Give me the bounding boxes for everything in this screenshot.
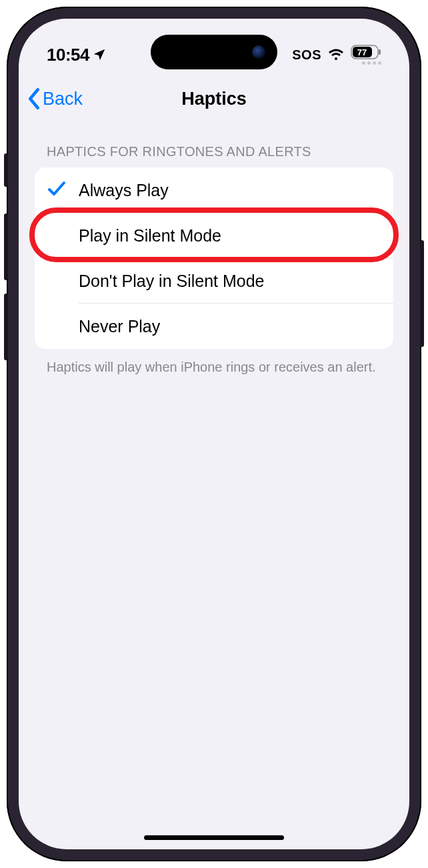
status-time: 10:54 [47,45,89,65]
screen: 10:54 SOS 77 [19,19,409,849]
option-label: Always Play [79,181,169,200]
side-button [4,153,8,187]
option-never-play[interactable]: Never Play [35,304,393,349]
option-dont-play-silent[interactable]: Don't Play in Silent Mode [35,258,393,304]
battery-icon: 77 [351,45,381,59]
app-switcher-dots [362,61,381,65]
sos-indicator: SOS [292,47,321,63]
svg-text:77: 77 [357,47,367,57]
dynamic-island [151,35,277,69]
home-indicator[interactable] [144,835,284,840]
svg-rect-2 [379,49,381,55]
checkmark-icon [47,180,66,200]
back-label: Back [43,89,83,109]
wifi-icon [327,48,345,61]
power-button [420,240,424,347]
front-camera [252,45,265,59]
volume-down-button [4,294,8,360]
option-label: Play in Silent Mode [79,226,221,246]
chevron-left-icon [27,88,41,109]
option-play-silent[interactable]: Play in Silent Mode [35,213,393,258]
navigation-bar: Back Haptics [19,79,409,119]
option-always-play[interactable]: Always Play [35,167,393,213]
options-group: Always Play Play in Silent Mode Don't Pl… [35,167,393,349]
page-title: Haptics [181,89,247,109]
back-button[interactable]: Back [27,88,83,109]
section-header: HAPTICS FOR RINGTONES AND ALERTS [35,119,393,167]
location-icon [92,47,107,62]
device-frame: 10:54 SOS 77 [7,7,421,861]
volume-up-button [4,213,8,280]
section-footer: Haptics will play when iPhone rings or r… [35,349,393,376]
option-label: Never Play [79,317,160,336]
option-label: Don't Play in Silent Mode [79,272,265,291]
